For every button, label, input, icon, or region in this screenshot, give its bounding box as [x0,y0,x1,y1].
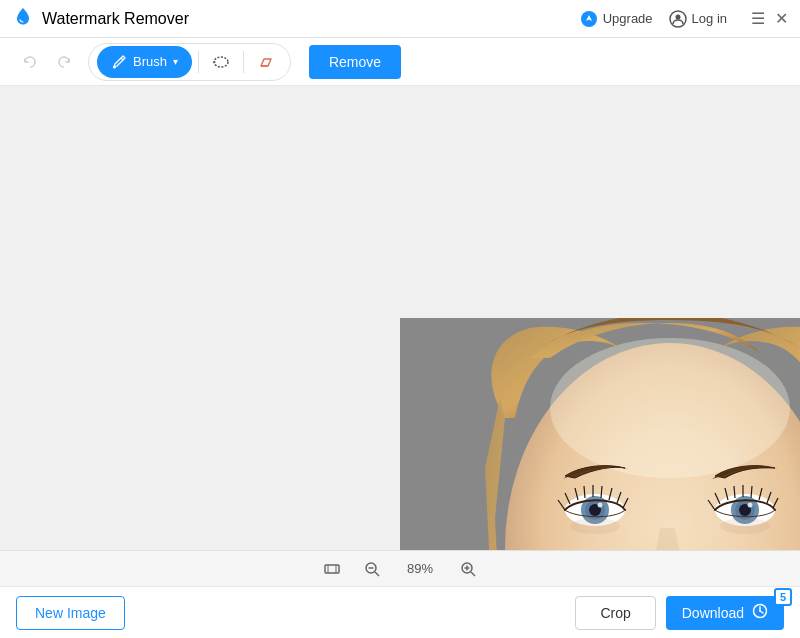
svg-point-2 [675,14,680,19]
title-bar: Watermark Remover Upgrade Log in [0,0,800,38]
app-title: Watermark Remover [42,10,189,28]
svg-point-35 [720,518,770,534]
toolbar: Brush ▾ Remove [0,38,800,86]
svg-point-3 [113,65,116,68]
svg-line-43 [471,572,475,576]
tool-separator-2 [243,51,244,73]
svg-rect-36 [325,565,339,573]
eraser-tool-button[interactable] [250,46,282,78]
brush-button[interactable]: Brush ▾ [97,46,192,78]
upgrade-icon [580,10,598,28]
zoom-out-button[interactable] [360,557,384,581]
close-button[interactable]: ✕ [775,11,788,27]
app-icon [12,5,34,32]
title-left: Watermark Remover [12,5,189,32]
bottom-bar: New Image Crop 5 Download [0,586,800,638]
fit-button[interactable] [320,557,344,581]
canvas-area[interactable] [0,86,800,550]
download-badge: 5 [774,588,792,606]
lasso-tool-button[interactable] [205,46,237,78]
download-clock-icon [752,603,768,622]
svg-point-5 [213,61,215,63]
svg-point-4 [214,57,228,67]
title-right: Upgrade Log in ☰ ✕ [580,10,788,28]
crop-button[interactable]: Crop [575,596,655,630]
brush-chevron-icon: ▾ [173,56,178,67]
download-button[interactable]: Download [666,596,784,630]
zoom-in-button[interactable] [456,557,480,581]
undo-redo-group [16,48,78,76]
undo-button[interactable] [16,48,44,76]
new-image-button[interactable]: New Image [16,596,125,630]
tools-group: Brush ▾ [88,43,291,81]
bottom-right: Crop 5 Download [575,596,784,630]
upgrade-button[interactable]: Upgrade [580,10,653,28]
svg-point-10 [550,338,790,478]
zoom-level: 89% [400,561,440,576]
svg-point-17 [598,503,603,508]
tool-separator [198,51,199,73]
window-controls: ☰ ✕ [751,11,788,27]
download-container: 5 Download [666,596,784,630]
status-bar: 89% [0,550,800,586]
main-image [400,318,800,550]
svg-line-48 [760,611,763,613]
login-icon [669,10,687,28]
svg-line-40 [375,572,379,576]
redo-button[interactable] [50,48,78,76]
svg-point-34 [570,518,620,534]
remove-button[interactable]: Remove [309,45,401,79]
svg-point-22 [748,503,753,508]
login-button[interactable]: Log in [669,10,727,28]
menu-button[interactable]: ☰ [751,11,765,27]
